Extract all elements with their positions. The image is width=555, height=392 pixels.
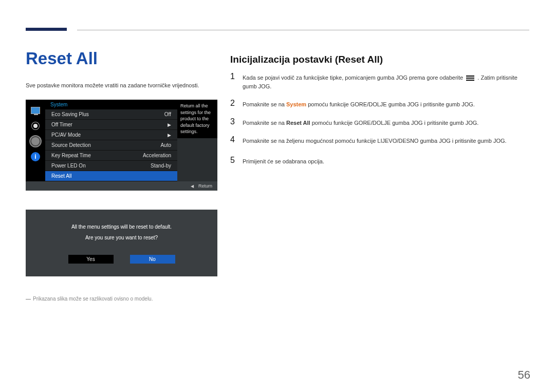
no-button: No	[130, 255, 175, 264]
chevron-right-icon: ▶	[168, 122, 171, 127]
osd-item-eco: Eco Saving Plus Off	[45, 109, 177, 120]
brightness-icon	[30, 120, 41, 132]
chevron-right-icon: ▶	[168, 133, 171, 138]
step-number: 1	[230, 72, 243, 81]
osd-item-value: Acceleration	[143, 153, 171, 158]
osd-item-keyrepeat: Key Repeat Time Acceleration	[45, 151, 177, 161]
menu-icon	[466, 76, 474, 81]
header-divider	[77, 30, 529, 30]
osd-item-label: Key Repeat Time	[51, 153, 91, 158]
osd-item-label: PC/AV Mode	[51, 132, 81, 138]
osd-item-pcav: PC/AV Mode ▶	[45, 130, 177, 140]
osd-item-source: Source Detection Auto	[45, 140, 177, 151]
osd-main-panel: System Eco Saving Plus Off Off Timer ▶ P…	[45, 100, 217, 181]
osd-item-value: Auto	[160, 142, 171, 148]
osd-item-label: Power LED On	[51, 163, 86, 169]
confirm-message-1: All the menu settings will be reset to d…	[26, 224, 217, 230]
intro-text: Sve postavke monitora možete vratiti na …	[26, 82, 199, 88]
osd-return-bar: ◀ Return	[26, 181, 217, 191]
yes-button: Yes	[68, 255, 114, 264]
step-text: Pomaknite se na Reset All pomoću funkcij…	[243, 117, 478, 127]
step-number: 4	[230, 135, 243, 144]
step-1: 1 Kada se pojavi vodič za funkcijske tip…	[230, 72, 530, 90]
page-number: 56	[518, 368, 530, 382]
confirm-dialog-screenshot: All the menu settings will be reset to d…	[26, 210, 217, 276]
footnote: ―Prikazana slika može se razlikovati ovi…	[26, 296, 153, 302]
footnote-text: Prikazana slika može se razlikovati ovis…	[33, 296, 153, 302]
page-title-left: Reset All	[26, 49, 98, 68]
step-number: 5	[230, 156, 243, 165]
step-text: Pomaknite se na željenu mogućnost pomoću…	[243, 135, 507, 145]
header-accent-bar	[26, 28, 67, 31]
step-number: 3	[230, 117, 243, 126]
step-4: 4 Pomaknite se na željenu mogućnost pomo…	[230, 135, 530, 145]
monitor-icon	[30, 105, 41, 116]
info-icon: i	[30, 151, 41, 162]
osd-tooltip: Return all the settings for the product …	[177, 100, 217, 138]
osd-item-label: Eco Saving Plus	[51, 111, 89, 117]
step-number: 2	[230, 99, 243, 108]
osd-sidebar: i	[26, 100, 45, 181]
step-3: 3 Pomaknite se na Reset All pomoću funkc…	[230, 117, 530, 127]
confirm-message-2: Are you sure you want to reset?	[26, 235, 217, 240]
osd-item-label: Off Timer	[51, 122, 72, 127]
step-text: Kada se pojavi vodič za funkcijske tipke…	[243, 72, 530, 90]
step-text: Primijenit će se odabrana opcija.	[243, 156, 324, 166]
osd-item-label: Source Detection	[51, 142, 91, 148]
osd-menu-screenshot: i System Eco Saving Plus Off Off Timer ▶…	[26, 100, 217, 191]
osd-item-resetall: Reset All	[45, 171, 177, 181]
page-title-right: Inicijalizacija postavki (Reset All)	[230, 54, 383, 65]
gear-icon	[30, 136, 41, 147]
osd-item-powerled: Power LED On Stand-by	[45, 161, 177, 171]
triangle-left-icon: ◀	[191, 184, 194, 189]
steps-list: 1 Kada se pojavi vodič za funkcijske tip…	[230, 72, 530, 174]
step-5: 5 Primijenit će se odabrana opcija.	[230, 156, 530, 166]
osd-item-value: Stand-by	[151, 163, 171, 169]
step-text: Pomaknite se na System pomoću funkcije G…	[243, 99, 475, 109]
osd-item-label: Reset All	[51, 173, 71, 179]
osd-return-label: Return	[198, 183, 212, 189]
osd-item-offtimer: Off Timer ▶	[45, 120, 177, 130]
step-2: 2 Pomaknite se na System pomoću funkcije…	[230, 99, 530, 109]
osd-item-value: Off	[164, 111, 171, 117]
